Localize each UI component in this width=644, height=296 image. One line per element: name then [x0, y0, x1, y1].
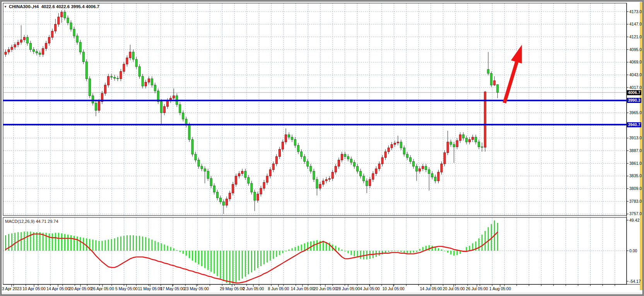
macd-histogram-bar: [341, 250, 342, 251]
candle-body: [145, 82, 147, 86]
candle-body: [310, 166, 312, 171]
macd-histogram-bar: [105, 240, 106, 251]
candle-body: [5, 52, 7, 54]
macd-histogram-bar: [232, 251, 234, 284]
macd-histogram-bar: [99, 241, 100, 251]
candle-body: [441, 164, 442, 172]
macd-histogram-bar: [186, 251, 187, 256]
candle-body: [419, 169, 421, 171]
macd-histogram-bar: [189, 251, 190, 258]
candle-body: [14, 44, 16, 47]
candle-body: [350, 159, 352, 163]
macd-histogram-bar: [391, 251, 392, 252]
candle-body: [363, 176, 365, 181]
macd-histogram-bar: [176, 250, 178, 251]
macd-histogram-bar: [73, 236, 75, 251]
price-axis-label: 3783.0: [629, 199, 644, 204]
macd-histogram-bar: [379, 251, 380, 256]
horizontal-level-line: [3, 100, 627, 101]
macd-histogram-bar: [126, 235, 128, 251]
macd-histogram-bar: [419, 249, 420, 251]
macd-histogram-bar: [223, 251, 224, 281]
macd-histogram-bar: [478, 238, 480, 251]
support-price-tag: 3940.7: [627, 122, 641, 127]
macd-histogram-bar: [482, 234, 483, 251]
price-axis-label: 3757.0: [629, 211, 644, 216]
candle-body: [67, 18, 69, 23]
macd-histogram-bar: [192, 251, 193, 261]
candle-body: [17, 42, 19, 44]
candle-body: [55, 24, 56, 31]
candle-body: [39, 53, 41, 55]
candle-body: [161, 102, 162, 113]
symbol-dropdown-icon[interactable]: ▼: [4, 5, 7, 9]
right-edge-strip: [640, 2, 642, 290]
candle-body: [191, 140, 193, 154]
candle-body: [98, 102, 100, 111]
macd-histogram-bar: [292, 248, 293, 251]
candle-body: [416, 166, 418, 171]
candle-body: [357, 166, 359, 171]
price-axis-label: 4043.0: [629, 72, 644, 77]
candle-body: [468, 140, 470, 142]
macd-axis-label: -54.17: [629, 279, 644, 284]
candle-body: [413, 161, 415, 166]
candle-body: [338, 160, 340, 166]
chart-window: ▼CHINA300-,H4 4022.6 4022.6 3995.4 4006.…: [0, 0, 644, 296]
macd-histogram-bar: [130, 235, 131, 251]
candle-body: [388, 148, 389, 152]
macd-histogram-bar: [111, 239, 112, 251]
macd-histogram-bar: [351, 251, 352, 255]
macd-histogram-bar: [413, 251, 414, 253]
macd-histogram-bar: [61, 233, 62, 251]
macd-histogram-bar: [310, 241, 311, 251]
candle-body: [108, 76, 109, 85]
candle-body: [472, 137, 474, 139]
chart-canvas[interactable]: [0, 0, 644, 296]
candle-body: [213, 186, 215, 192]
macd-axis-label: 0.00: [629, 248, 644, 253]
candle-body: [444, 153, 446, 164]
candle-body: [238, 174, 240, 176]
candle-body: [497, 85, 499, 92]
candle-body: [381, 157, 383, 164]
macd-histogram-bar: [142, 236, 143, 251]
macd-histogram-bar: [441, 250, 442, 251]
macd-histogram-bar: [410, 251, 411, 253]
time-axis-label: 23 May 05:00: [184, 286, 209, 291]
macd-histogram-bar: [201, 251, 202, 266]
candle-body: [126, 58, 128, 64]
macd-histogram-bar: [148, 238, 149, 251]
time-axis-label: 14 Jun 05:00: [291, 286, 314, 291]
candle-body: [316, 180, 318, 188]
candle-body: [29, 43, 31, 50]
candle-body: [204, 169, 206, 171]
candle-body: [297, 145, 299, 152]
candle-body: [481, 147, 483, 147]
current-price-tag: 4006.7: [627, 90, 641, 95]
macd-histogram-bar: [416, 251, 417, 252]
macd-histogram-bar: [285, 251, 287, 252]
macd-histogram-bar: [488, 227, 489, 251]
macd-histogram-bar: [80, 237, 81, 251]
macd-histogram-bar: [70, 235, 72, 251]
time-axis-label: 14 Jul 05:00: [420, 286, 442, 291]
macd-histogram-bar: [429, 245, 430, 251]
time-axis-label: 20 Apr 05:00: [69, 286, 92, 291]
macd-histogram-bar: [282, 251, 283, 253]
macd-histogram-bar: [485, 231, 486, 251]
price-axis-label: 3809.0: [629, 186, 644, 191]
macd-histogram-bar: [207, 251, 208, 270]
ohlc-readout: 4022.6 4022.6 3995.4 4006.7: [41, 4, 99, 9]
candle-body: [431, 174, 433, 177]
candle-body: [11, 47, 13, 50]
macd-histogram-bar: [36, 232, 38, 251]
candle-body: [285, 135, 287, 142]
candle-body: [478, 142, 480, 147]
candle-body: [319, 184, 321, 188]
chart-title: ▼CHINA300-,H4 4022.6 4022.6 3995.4 4006.…: [4, 4, 99, 9]
candle-body: [278, 149, 280, 157]
macd-histogram-bar: [77, 236, 78, 251]
macd-histogram-bar: [453, 251, 454, 256]
price-axis-label: 3887.0: [629, 148, 644, 153]
